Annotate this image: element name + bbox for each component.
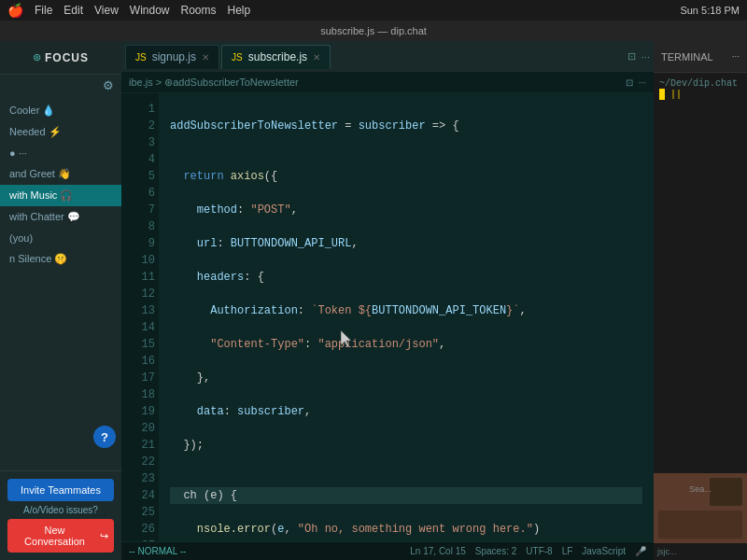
channel-needed[interactable]: Needed ⚡ <box>0 121 121 143</box>
tab-signup-icon: JS <box>135 52 147 63</box>
encoding-info: UTF-8 <box>526 546 552 556</box>
new-conversation-icon: ↪ <box>100 530 108 542</box>
channel-cooler[interactable]: Cooler 💧 <box>0 100 121 121</box>
terminal-cursor <box>659 89 665 100</box>
line-ending: LF <box>562 546 573 556</box>
video-thumbnail: Sea... <box>654 473 747 543</box>
code-editor[interactable]: 12345 678910 1112131415 1617181920 21222… <box>121 93 654 541</box>
js-badge: jsjc... <box>654 543 747 560</box>
channel-greet[interactable]: and Greet 👋 <box>0 163 121 185</box>
terminal-header: TERMINAL ··· <box>654 41 747 73</box>
terminal-content[interactable]: ~/Dev/dip.chat || <box>654 73 747 473</box>
channel-music[interactable]: with Music 🎧 <box>0 185 121 206</box>
tab-subscribe-icon: JS <box>232 52 243 63</box>
sidebar-settings-row: ⚙ <box>0 75 121 96</box>
breadcrumb-icon-2[interactable]: ··· <box>639 77 646 88</box>
menu-right: Sun 5:18 PM <box>680 5 740 16</box>
channel-silence[interactable]: n Silence 🤫 <box>0 248 121 270</box>
code-text[interactable]: addSubscriberToNewsletter = subscriber =… <box>159 93 654 541</box>
terminal-cursor-bar: || <box>670 90 682 100</box>
editor-area: JS signup.js ✕ JS subscribe.js ✕ ⊡ ··· i… <box>121 41 654 560</box>
terminal-label: TERMINAL <box>661 51 713 63</box>
breadcrumb-path: ibe.js > ⊛addSubscriberToNewsletter <box>129 77 299 89</box>
terminal-options-icon[interactable]: ··· <box>732 51 740 62</box>
svg-rect-1 <box>710 478 742 506</box>
language-info: JavaScript <box>582 546 626 556</box>
time-display: Sun 5:18 PM <box>680 5 740 16</box>
cursor-position: Ln 17, Col 15 <box>410 546 466 556</box>
menu-bar: 🍎 File Edit View Window Rooms Help Sun 5… <box>0 0 747 21</box>
right-panel: TERMINAL ··· ~/Dev/dip.chat || Sea... js… <box>654 41 747 560</box>
channel-dot[interactable]: ● ··· <box>0 143 121 163</box>
svg-text:Sea...: Sea... <box>689 484 712 494</box>
breadcrumb-icons: ⊡ ··· <box>626 77 646 88</box>
sidebar-bottom: Invite Teammates A/o/Video issues? New C… <box>0 470 121 560</box>
tabs-bar: JS signup.js ✕ JS subscribe.js ✕ ⊡ ··· <box>121 41 654 73</box>
split-editor-icon[interactable]: ⊡ <box>627 50 636 63</box>
terminal-cursor-line: || <box>659 89 741 100</box>
help-button[interactable]: ? <box>93 426 116 448</box>
focus-label: FOCUS <box>45 51 89 64</box>
av-issues-text: A/o/Video issues? <box>7 505 114 515</box>
tab-signup[interactable]: JS signup.js ✕ <box>125 45 219 69</box>
sidebar-header: ⊛ FOCUS <box>0 41 121 75</box>
breadcrumb-icon-1[interactable]: ⊡ <box>626 77 633 88</box>
sidebar: ⊛ FOCUS ⚙ Cooler 💧 Needed ⚡ ● ··· and Gr… <box>0 41 121 560</box>
channel-you[interactable]: (you) <box>0 228 121 248</box>
terminal-path: ~/Dev/dip.chat <box>659 78 741 89</box>
line-numbers: 12345 678910 1112131415 1617181920 21222… <box>121 93 159 541</box>
status-bar: -- NORMAL -- Ln 17, Col 15 Spaces: 2 UTF… <box>121 541 654 560</box>
breadcrumb: ibe.js > ⊛addSubscriberToNewsletter ⊡ ··… <box>121 73 654 93</box>
menu-view[interactable]: View <box>94 4 119 17</box>
invite-teammates-button[interactable]: Invite Teammates <box>7 479 114 501</box>
video-preview-svg: Sea... <box>654 473 747 543</box>
tab-signup-close[interactable]: ✕ <box>202 52 209 63</box>
tab-subscribe-label: subscribe.js <box>248 50 307 63</box>
vim-mode: -- NORMAL -- <box>129 546 186 556</box>
settings-icon[interactable]: ⚙ <box>103 78 114 92</box>
statusbar-right: Ln 17, Col 15 Spaces: 2 UTF-8 LF JavaScr… <box>410 546 646 556</box>
menu-left: 🍎 File Edit View Window Rooms Help <box>7 3 250 18</box>
focus-dot-icon: ⊛ <box>33 51 41 63</box>
tab-signup-label: signup.js <box>152 50 196 63</box>
main-area: ⊛ FOCUS ⚙ Cooler 💧 Needed ⚡ ● ··· and Gr… <box>0 41 747 560</box>
more-options-icon[interactable]: ··· <box>641 51 650 63</box>
menu-file[interactable]: File <box>35 4 52 17</box>
channel-list: Cooler 💧 Needed ⚡ ● ··· and Greet 👋 with… <box>0 96 121 470</box>
apple-menu[interactable]: 🍎 <box>7 3 23 18</box>
menu-edit[interactable]: Edit <box>63 4 83 17</box>
window-title: subscribe.js — dip.chat <box>320 25 427 36</box>
spaces-info: Spaces: 2 <box>475 546 516 556</box>
tab-subscribe-close[interactable]: ✕ <box>313 52 320 63</box>
title-bar: subscribe.js — dip.chat <box>0 21 747 41</box>
svg-rect-2 <box>658 511 742 539</box>
menu-window[interactable]: Window <box>130 4 170 17</box>
mic-icon[interactable]: 🎤 <box>635 546 646 556</box>
invite-label: Invite Teammates <box>21 484 101 496</box>
channel-chatter[interactable]: with Chatter 💬 <box>0 206 121 228</box>
menu-help[interactable]: Help <box>228 4 251 17</box>
new-conversation-button[interactable]: New Conversation ↪ <box>7 519 114 553</box>
new-conversation-label: New Conversation <box>13 525 96 547</box>
tab-subscribe[interactable]: JS subscribe.js ✕ <box>221 45 331 69</box>
menu-rooms[interactable]: Rooms <box>181 4 217 17</box>
